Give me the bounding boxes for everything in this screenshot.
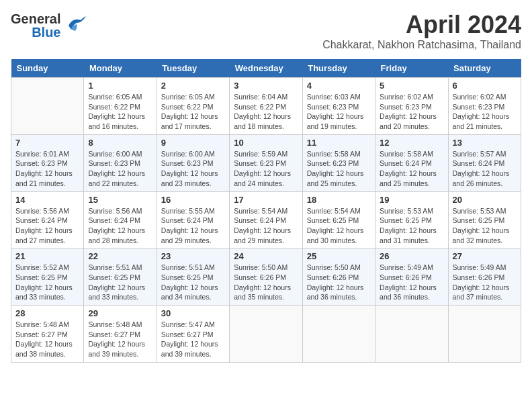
- day-number: 10: [234, 138, 298, 148]
- day-info: Sunrise: 5:50 AM Sunset: 6:26 PM Dayligh…: [307, 263, 371, 302]
- calendar-cell: 1Sunrise: 6:05 AM Sunset: 6:22 PM Daylig…: [84, 78, 157, 135]
- calendar-week-row: 28Sunrise: 5:48 AM Sunset: 6:27 PM Dayli…: [11, 306, 521, 363]
- weekday-header-row: SundayMondayTuesdayWednesdayThursdayFrid…: [11, 59, 521, 78]
- calendar-cell: [230, 306, 302, 363]
- day-info: Sunrise: 5:56 AM Sunset: 6:24 PM Dayligh…: [15, 206, 79, 246]
- calendar-table: SundayMondayTuesdayWednesdayThursdayFrid…: [11, 59, 521, 363]
- day-number: 28: [15, 308, 79, 318]
- page-header: General Blue April 2024 Chakkarat, Nakho…: [11, 11, 521, 51]
- day-number: 27: [453, 251, 517, 261]
- calendar-cell: 17Sunrise: 5:54 AM Sunset: 6:24 PM Dayli…: [230, 191, 302, 248]
- day-number: 1: [88, 81, 152, 91]
- day-info: Sunrise: 5:48 AM Sunset: 6:27 PM Dayligh…: [88, 320, 152, 359]
- calendar-cell: 4Sunrise: 6:03 AM Sunset: 6:23 PM Daylig…: [302, 78, 375, 135]
- day-info: Sunrise: 5:58 AM Sunset: 6:24 PM Dayligh…: [380, 149, 443, 189]
- weekday-header: Sunday: [11, 59, 84, 78]
- day-number: 24: [234, 251, 298, 261]
- day-info: Sunrise: 5:55 AM Sunset: 6:24 PM Dayligh…: [161, 206, 225, 246]
- day-info: Sunrise: 6:00 AM Sunset: 6:23 PM Dayligh…: [88, 149, 152, 189]
- calendar-cell: 30Sunrise: 5:47 AM Sunset: 6:27 PM Dayli…: [157, 306, 229, 363]
- day-info: Sunrise: 5:49 AM Sunset: 6:26 PM Dayligh…: [453, 263, 517, 302]
- day-number: 6: [453, 81, 517, 91]
- weekday-header: Wednesday: [230, 59, 302, 78]
- day-info: Sunrise: 5:47 AM Sunset: 6:27 PM Dayligh…: [161, 320, 225, 359]
- month-title: April 2024: [322, 11, 521, 39]
- day-number: 9: [161, 138, 225, 148]
- weekday-header: Friday: [375, 59, 448, 78]
- calendar-cell: 3Sunrise: 6:04 AM Sunset: 6:22 PM Daylig…: [230, 78, 302, 135]
- calendar-cell: 2Sunrise: 6:05 AM Sunset: 6:22 PM Daylig…: [157, 78, 229, 135]
- calendar-cell: [11, 78, 84, 135]
- calendar-cell: 11Sunrise: 5:58 AM Sunset: 6:23 PM Dayli…: [302, 134, 375, 191]
- day-info: Sunrise: 5:53 AM Sunset: 6:25 PM Dayligh…: [380, 206, 443, 246]
- day-info: Sunrise: 6:02 AM Sunset: 6:23 PM Dayligh…: [380, 92, 443, 132]
- weekday-header: Saturday: [448, 59, 521, 78]
- calendar-cell: 12Sunrise: 5:58 AM Sunset: 6:24 PM Dayli…: [375, 134, 448, 191]
- calendar-cell: 22Sunrise: 5:51 AM Sunset: 6:25 PM Dayli…: [84, 248, 157, 306]
- day-number: 17: [234, 195, 298, 205]
- calendar-cell: [375, 306, 448, 363]
- day-info: Sunrise: 5:57 AM Sunset: 6:24 PM Dayligh…: [453, 149, 517, 189]
- calendar-week-row: 14Sunrise: 5:56 AM Sunset: 6:24 PM Dayli…: [11, 191, 521, 248]
- day-info: Sunrise: 6:05 AM Sunset: 6:22 PM Dayligh…: [161, 92, 225, 132]
- day-number: 4: [307, 81, 371, 91]
- weekday-header: Monday: [84, 59, 157, 78]
- calendar-cell: 18Sunrise: 5:54 AM Sunset: 6:25 PM Dayli…: [302, 191, 375, 248]
- day-info: Sunrise: 5:53 AM Sunset: 6:25 PM Dayligh…: [453, 206, 517, 246]
- day-info: Sunrise: 6:03 AM Sunset: 6:23 PM Dayligh…: [307, 92, 371, 132]
- day-number: 8: [88, 138, 152, 148]
- title-block: April 2024 Chakkarat, Nakhon Ratchasima,…: [322, 11, 521, 51]
- calendar-cell: 19Sunrise: 5:53 AM Sunset: 6:25 PM Dayli…: [375, 191, 448, 248]
- day-number: 16: [161, 195, 225, 205]
- day-number: 12: [380, 138, 443, 148]
- calendar-cell: 8Sunrise: 6:00 AM Sunset: 6:23 PM Daylig…: [84, 134, 157, 191]
- calendar-week-row: 1Sunrise: 6:05 AM Sunset: 6:22 PM Daylig…: [11, 78, 521, 135]
- day-info: Sunrise: 5:56 AM Sunset: 6:24 PM Dayligh…: [88, 206, 152, 246]
- calendar-cell: [448, 306, 521, 363]
- day-info: Sunrise: 5:48 AM Sunset: 6:27 PM Dayligh…: [15, 320, 79, 359]
- calendar-cell: 25Sunrise: 5:50 AM Sunset: 6:26 PM Dayli…: [302, 248, 375, 306]
- day-info: Sunrise: 6:01 AM Sunset: 6:23 PM Dayligh…: [15, 149, 79, 189]
- logo-bird-icon: [63, 11, 89, 40]
- calendar-cell: 29Sunrise: 5:48 AM Sunset: 6:27 PM Dayli…: [84, 306, 157, 363]
- day-number: 18: [307, 195, 371, 205]
- day-info: Sunrise: 5:59 AM Sunset: 6:23 PM Dayligh…: [234, 149, 298, 189]
- calendar-cell: 23Sunrise: 5:51 AM Sunset: 6:25 PM Dayli…: [157, 248, 229, 306]
- logo-blue: Blue: [32, 26, 60, 39]
- day-info: Sunrise: 5:51 AM Sunset: 6:25 PM Dayligh…: [161, 263, 225, 302]
- day-info: Sunrise: 5:50 AM Sunset: 6:26 PM Dayligh…: [234, 263, 298, 302]
- calendar-cell: 6Sunrise: 6:02 AM Sunset: 6:23 PM Daylig…: [448, 78, 521, 135]
- calendar-cell: 9Sunrise: 6:00 AM Sunset: 6:23 PM Daylig…: [157, 134, 229, 191]
- day-number: 13: [453, 138, 517, 148]
- day-info: Sunrise: 5:49 AM Sunset: 6:26 PM Dayligh…: [380, 263, 443, 302]
- calendar-cell: 14Sunrise: 5:56 AM Sunset: 6:24 PM Dayli…: [11, 191, 84, 248]
- calendar-cell: [302, 306, 375, 363]
- calendar-cell: 15Sunrise: 5:56 AM Sunset: 6:24 PM Dayli…: [84, 191, 157, 248]
- day-number: 20: [453, 195, 517, 205]
- day-number: 30: [161, 308, 225, 318]
- calendar-cell: 26Sunrise: 5:49 AM Sunset: 6:26 PM Dayli…: [375, 248, 448, 306]
- calendar-cell: 24Sunrise: 5:50 AM Sunset: 6:26 PM Dayli…: [230, 248, 302, 306]
- calendar-cell: 28Sunrise: 5:48 AM Sunset: 6:27 PM Dayli…: [11, 306, 84, 363]
- day-info: Sunrise: 6:05 AM Sunset: 6:22 PM Dayligh…: [88, 92, 152, 132]
- day-number: 7: [15, 138, 79, 148]
- day-info: Sunrise: 6:02 AM Sunset: 6:23 PM Dayligh…: [453, 92, 517, 132]
- calendar-cell: 21Sunrise: 5:52 AM Sunset: 6:25 PM Dayli…: [11, 248, 84, 306]
- day-number: 25: [307, 251, 371, 261]
- day-number: 2: [161, 81, 225, 91]
- day-number: 15: [88, 195, 152, 205]
- calendar-week-row: 21Sunrise: 5:52 AM Sunset: 6:25 PM Dayli…: [11, 248, 521, 306]
- calendar-cell: 13Sunrise: 5:57 AM Sunset: 6:24 PM Dayli…: [448, 134, 521, 191]
- calendar-cell: 20Sunrise: 5:53 AM Sunset: 6:25 PM Dayli…: [448, 191, 521, 248]
- logo-general: General: [11, 12, 60, 26]
- calendar-cell: 27Sunrise: 5:49 AM Sunset: 6:26 PM Dayli…: [448, 248, 521, 306]
- day-number: 23: [161, 251, 225, 261]
- day-info: Sunrise: 5:54 AM Sunset: 6:25 PM Dayligh…: [307, 206, 371, 246]
- weekday-header: Thursday: [302, 59, 375, 78]
- day-number: 5: [380, 81, 443, 91]
- day-number: 29: [88, 308, 152, 318]
- day-number: 3: [234, 81, 298, 91]
- day-number: 26: [380, 251, 443, 261]
- location-title: Chakkarat, Nakhon Ratchasima, Thailand: [322, 39, 521, 51]
- day-number: 21: [15, 251, 79, 261]
